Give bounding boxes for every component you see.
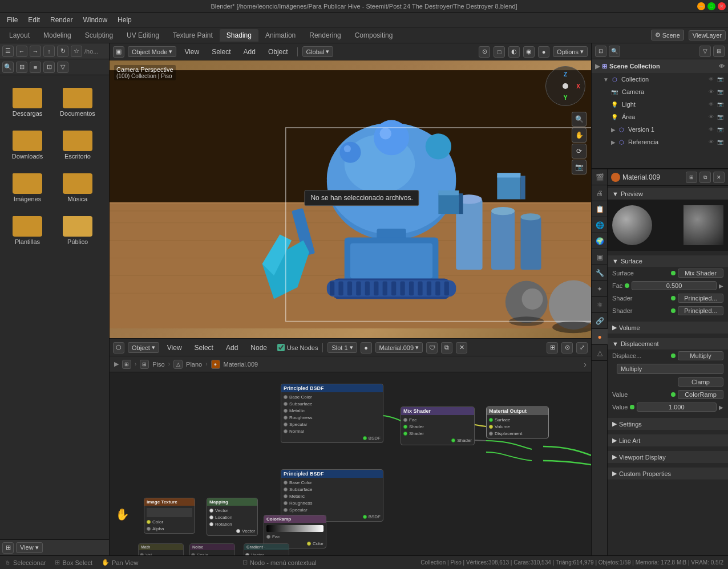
outliner-area[interactable]: 💡 Área 👁 📷 [592,111,728,123]
list-view-button[interactable]: ≡ [30,62,41,73]
node-canvas[interactable]: Principled BSDF Base Color Subsurface Me… [110,372,591,555]
modifier-props-tab[interactable]: 🔧 [592,265,608,281]
pan-button[interactable]: ✋ [572,128,587,143]
referencia-restrict-render[interactable]: 📷 [717,139,723,145]
camera-restrict-view[interactable]: 👁 [709,89,714,95]
object-menu[interactable]: Object [264,47,293,57]
bookmark-button[interactable]: ☆ [71,46,82,57]
outliner-type-icon[interactable]: ⊡ [595,46,606,57]
folder-downloads[interactable]: Downloads [5,124,50,162]
menu-render[interactable]: Render [46,15,77,25]
node-copy-icon[interactable]: ⧉ [441,342,452,353]
preview-section-header[interactable]: ▼ Preview [608,188,728,200]
custom-properties-section-header[interactable]: ▶ Custom Properties [608,468,728,479]
up-button[interactable]: ↑ [43,46,55,57]
surface-section-header[interactable]: ▼ Surface [608,255,728,267]
node-type-icon[interactable]: ⬡ [113,342,124,353]
volume-section-header[interactable]: ▶ Volume [608,322,728,334]
node-view-options[interactable]: ⊞ [547,342,558,353]
menu-window[interactable]: Window [78,15,112,25]
folder-escritorio[interactable]: Escritorio [55,124,100,162]
version1-restrict-view[interactable]: 👁 [709,127,714,132]
referencia-restrict-view[interactable]: 👁 [709,139,714,145]
node-bottom-1[interactable]: Math Val Val [138,543,184,555]
material-settings-icon[interactable]: ⊞ [686,172,697,183]
tab-sculpting[interactable]: Sculpting [78,29,120,42]
shading-render[interactable]: ● [538,46,549,58]
node-mapping[interactable]: Mapping Vector Location Rotation Vector [207,498,258,536]
node-delete-icon[interactable]: ✕ [456,342,467,353]
line-art-section-header[interactable]: ▶ Line Art [608,434,728,446]
minimize-button[interactable]: ─ [697,2,705,10]
search-button[interactable]: 🔍 [2,62,14,73]
node-view-menu[interactable]: View [163,343,187,353]
camera-restrict-render[interactable]: 📷 [717,89,723,95]
tab-shading[interactable]: Shading [220,29,258,42]
breadcrumb-plano[interactable]: Plano [186,361,202,368]
node-select-menu[interactable]: Select [190,343,218,353]
version1-restrict-render[interactable]: 📷 [717,127,723,132]
viewport-display-section-header[interactable]: ▶ Viewport Display [608,451,728,463]
node-object-dropdown[interactable]: Object ▾ [128,342,159,353]
folder-publico[interactable]: Público [55,209,100,247]
material-copy-icon[interactable]: ⧉ [699,172,711,183]
node-fullscreen-icon[interactable]: ⤢ [576,342,588,353]
material-props-tab[interactable]: ● [592,329,608,345]
engine-selector[interactable]: ⚙ Scene [651,30,684,40]
outliner-light[interactable]: 💡 Light 👁 📷 [592,98,728,111]
select-menu[interactable]: Select [207,47,235,57]
camera-button[interactable]: 📷 [572,160,587,174]
add-menu[interactable]: Add [239,47,260,57]
area-restrict-render[interactable]: 📷 [717,114,723,120]
displace-value[interactable]: Multiply [678,351,723,360]
forward-button[interactable]: → [30,46,41,57]
plano-icon[interactable]: △ [173,360,183,369]
view-dropdown[interactable]: View ▾ [16,542,43,553]
refresh-button[interactable]: ↻ [57,46,68,57]
piso-icon[interactable]: ⊞ [140,360,149,369]
shield-icon[interactable]: 🛡 [426,342,438,353]
outliner-search-icon[interactable]: 🔍 [609,46,620,57]
folder-musica[interactable]: Música [55,166,100,205]
light-restrict-view[interactable]: 👁 [709,101,714,107]
menu-file[interactable]: File [2,15,22,25]
outliner-collection[interactable]: ▼ ⬡ Collection 👁 📷 [592,73,728,86]
scene-collection-label[interactable]: Scene Collection [609,63,660,70]
global-dropdown[interactable]: Global ▾ [302,46,334,57]
material-icon[interactable]: ● [211,360,220,369]
tab-rendering[interactable]: Rendering [302,29,347,42]
material-name-dropdown[interactable]: Material.009 ▾ [375,342,423,353]
outliner-filter-icon[interactable]: ▽ [699,46,711,57]
light-restrict-render[interactable]: 📷 [717,101,723,107]
shading-solid[interactable]: ◐ [508,46,520,58]
viewport-gizmo[interactable]: Z X Y [545,66,585,106]
value1-value[interactable]: ColorRamp [678,390,723,399]
viewport-canvas[interactable]: Camera Perspective (100) Collection | Pi… [110,60,591,338]
constraints-props-tab[interactable]: 🔗 [592,313,608,329]
tab-layout[interactable]: Layout [2,29,37,42]
folder-plantillas[interactable]: Plantillas [5,209,50,247]
material-sphere-icon[interactable]: ● [361,342,372,353]
slot-dropdown[interactable]: Slot 1 ▾ [327,342,357,353]
close-button[interactable]: ✕ [718,2,726,10]
displacement-section-header[interactable]: ▼ Displacement [608,338,728,349]
tab-animation[interactable]: Animation [258,29,302,42]
clamp-value[interactable]: Clamp [678,377,723,387]
rotate-button[interactable]: ⟳ [572,144,587,158]
material-delete-icon[interactable]: ✕ [713,172,725,183]
settings-section-header[interactable]: ▶ Settings [608,418,728,430]
multiply1-dropdown[interactable]: Multiply [617,364,723,374]
node-node-menu[interactable]: Node [246,343,272,353]
view-layer-props-tab[interactable]: 📋 [592,201,608,217]
overlay-icon[interactable]: ⊙ [479,46,490,58]
object-props-tab[interactable]: ▣ [592,249,608,265]
node-overlay-icon[interactable]: ⊙ [561,342,573,353]
surface-value[interactable]: Mix Shader [678,269,723,278]
node-path-icon[interactable]: ⊞ [122,360,131,369]
node-editor-collapse-btn[interactable]: › [584,360,587,369]
shading-material[interactable]: ◉ [523,46,535,58]
breadcrumb-material[interactable]: Material.009 [224,361,258,368]
scene-collection-eye[interactable]: 👁 [719,63,725,70]
breadcrumb-piso[interactable]: Piso [152,361,164,368]
data-props-tab[interactable]: △ [592,345,608,361]
